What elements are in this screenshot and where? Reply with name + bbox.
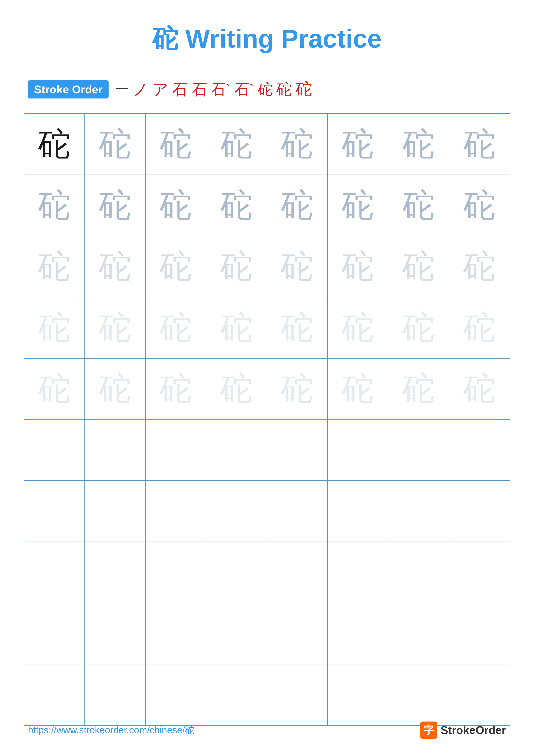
grid-cell-4-4: 砣 (206, 297, 267, 358)
grid-cell-1-6: 砣 (328, 114, 388, 175)
grid-cell-1-1: 砣 (24, 114, 85, 175)
grid-cell-9-1[interactable] (24, 603, 85, 664)
char-vlight: 砣 (342, 373, 374, 405)
grid-cell-6-7[interactable] (388, 419, 449, 480)
char-light: 砣 (160, 251, 192, 283)
grid-cell-2-3: 砣 (146, 175, 206, 236)
grid-cell-2-6: 砣 (328, 175, 388, 236)
grid-cell-8-6[interactable] (328, 542, 388, 603)
grid-cell-5-8: 砣 (449, 359, 510, 419)
grid-row-1: 砣 砣 砣 砣 砣 砣 砣 砣 (24, 114, 510, 175)
grid-cell-10-5[interactable] (267, 664, 328, 725)
char-vlight: 砣 (38, 373, 70, 405)
grid-cell-7-6[interactable] (328, 481, 388, 542)
grid-cell-6-6[interactable] (328, 419, 388, 480)
grid-cell-8-8[interactable] (449, 542, 510, 603)
grid-cell-8-2[interactable] (85, 542, 146, 603)
char-light: 砣 (463, 251, 496, 283)
grid-cell-6-5[interactable] (267, 419, 328, 480)
grid-cell-3-5: 砣 (267, 236, 328, 297)
grid-cell-7-3[interactable] (146, 481, 206, 542)
stroke-6: 石` (211, 80, 231, 99)
grid-cell-8-5[interactable] (267, 542, 328, 603)
grid-cell-9-4[interactable] (206, 603, 267, 664)
char-medium: 砣 (220, 128, 253, 160)
char-vlight: 砣 (220, 373, 253, 405)
grid-row-2: 砣 砣 砣 砣 砣 砣 砣 砣 (24, 175, 510, 236)
grid-cell-1-3: 砣 (146, 114, 206, 175)
grid-cell-10-6[interactable] (328, 664, 388, 725)
grid-cell-6-3[interactable] (146, 419, 206, 480)
grid-cell-9-8[interactable] (449, 603, 510, 664)
grid-cell-6-4[interactable] (206, 419, 267, 480)
char-light: 砣 (281, 251, 313, 283)
char-medium: 砣 (342, 128, 374, 160)
stroke-order-chars: 一 ノ ア 石 石 石` 石` 砣 砣 砣 (115, 78, 312, 100)
grid-cell-7-4[interactable] (206, 481, 267, 542)
stroke-10: 砣 (296, 78, 312, 100)
char-vlight: 砣 (160, 311, 192, 344)
char-vlight: 砣 (99, 311, 131, 344)
grid-cell-1-8: 砣 (449, 114, 510, 175)
grid-cell-6-8[interactable] (449, 419, 510, 480)
grid-cell-2-2: 砣 (85, 175, 146, 236)
grid-row-7 (24, 481, 510, 542)
grid-cell-5-2: 砣 (85, 359, 146, 419)
grid-cell-7-2[interactable] (85, 481, 146, 542)
grid-cell-5-6: 砣 (328, 359, 388, 419)
grid-cell-7-5[interactable] (267, 481, 328, 542)
grid-cell-1-5: 砣 (267, 114, 328, 175)
grid-cell-3-6: 砣 (328, 236, 388, 297)
char-vlight: 砣 (38, 311, 70, 344)
char-medium: 砣 (463, 128, 496, 160)
stroke-3: ア (153, 79, 168, 100)
char-medium: 砣 (99, 128, 131, 160)
stroke-4: 石 (172, 79, 188, 100)
char-vlight: 砣 (220, 311, 253, 344)
char-medium: 砣 (342, 189, 374, 222)
char-light: 砣 (220, 251, 253, 283)
grid-cell-9-2[interactable] (85, 603, 146, 664)
grid-cell-3-3: 砣 (146, 236, 206, 297)
grid-cell-7-8[interactable] (449, 481, 510, 542)
grid-cell-9-7[interactable] (388, 603, 449, 664)
char-medium: 砣 (281, 189, 313, 222)
grid-cell-2-1: 砣 (24, 175, 85, 236)
footer-url[interactable]: https://www.strokeorder.com/chinese/砣 (28, 724, 194, 737)
grid-cell-8-1[interactable] (24, 542, 85, 603)
grid-cell-10-2[interactable] (85, 664, 146, 725)
grid-cell-1-7: 砣 (388, 114, 449, 175)
char-medium: 砣 (220, 189, 253, 222)
grid-cell-5-4: 砣 (206, 359, 267, 419)
grid-cell-9-6[interactable] (328, 603, 388, 664)
grid-cell-3-8: 砣 (449, 236, 510, 297)
grid-cell-7-7[interactable] (388, 481, 449, 542)
char-medium: 砣 (38, 189, 70, 222)
grid-cell-8-4[interactable] (206, 542, 267, 603)
grid-row-5: 砣 砣 砣 砣 砣 砣 砣 砣 (24, 359, 510, 420)
grid-cell-9-3[interactable] (146, 603, 206, 664)
grid-row-3: 砣 砣 砣 砣 砣 砣 砣 砣 (24, 236, 510, 297)
logo-char: 字 (423, 723, 434, 737)
grid-cell-2-5: 砣 (267, 175, 328, 236)
stroke-9: 砣 (276, 79, 292, 100)
grid-cell-10-7[interactable] (388, 664, 449, 725)
grid-cell-8-3[interactable] (146, 542, 206, 603)
grid-cell-9-5[interactable] (267, 603, 328, 664)
grid-cell-4-1: 砣 (24, 297, 85, 358)
grid-cell-6-1[interactable] (24, 419, 85, 480)
char-light: 砣 (38, 251, 70, 283)
grid-cell-3-7: 砣 (388, 236, 449, 297)
grid-cell-2-8: 砣 (449, 175, 510, 236)
grid-cell-6-2[interactable] (85, 419, 146, 480)
grid-cell-7-1[interactable] (24, 481, 85, 542)
stroke-order-badge: Stroke Order (28, 80, 109, 98)
grid-cell-8-7[interactable] (388, 542, 449, 603)
grid-cell-10-8[interactable] (449, 664, 510, 725)
grid-cell-10-1[interactable] (24, 664, 85, 725)
char-vlight: 砣 (281, 373, 313, 405)
grid-row-10 (24, 664, 510, 725)
grid-cell-10-4[interactable] (206, 664, 267, 725)
char-light: 砣 (342, 251, 374, 283)
grid-cell-10-3[interactable] (146, 664, 206, 725)
